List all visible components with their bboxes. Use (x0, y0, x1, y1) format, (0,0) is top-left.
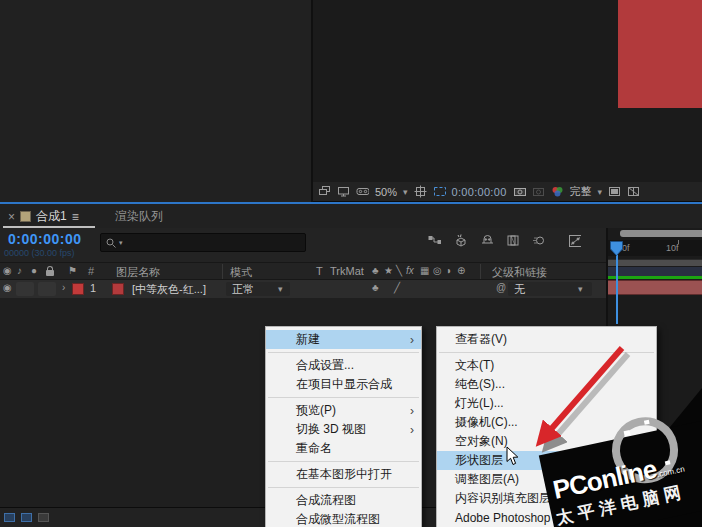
layer-duration-bar[interactable] (608, 280, 702, 295)
channel-rgb-icon[interactable] (551, 185, 564, 198)
frame-blending-icon[interactable] (506, 234, 519, 247)
motion-blur-icon[interactable] (532, 234, 545, 247)
timeline-view-options (428, 234, 581, 247)
submenu-arrow-icon: › (410, 423, 414, 437)
mouse-cursor (506, 446, 520, 466)
panel-menu-icon[interactable]: ≡ (72, 210, 79, 224)
menu-item-new[interactable]: 新建 › (266, 330, 421, 349)
work-area-bar[interactable] (608, 259, 702, 266)
parent-value[interactable]: 无 (514, 282, 525, 297)
layer-search-input[interactable]: ▾ (100, 233, 306, 252)
menu-separator (268, 352, 419, 353)
expand-in-out-icon[interactable] (38, 513, 49, 522)
ruler-tick-10f: 10f (666, 243, 679, 253)
cascade-windows-icon[interactable] (318, 185, 331, 198)
ruler-tickmark (678, 240, 679, 244)
composition-color-swatch (20, 211, 31, 222)
expand-layer-switches-icon[interactable] (4, 513, 15, 522)
layer-eye-icon[interactable]: ◉ (3, 282, 12, 293)
collapse-switch-icon: ♣ (372, 265, 379, 276)
parent-chevron-icon[interactable]: ▾ (578, 284, 583, 294)
show-snapshot-icon[interactable] (532, 185, 545, 198)
menu-item-rename[interactable]: 重命名 (266, 439, 421, 458)
target-view-icon[interactable] (608, 185, 621, 198)
expand-transfer-controls-icon[interactable] (21, 513, 32, 522)
label-flag-icon[interactable]: ⚑ (68, 265, 77, 276)
column-index[interactable]: # (88, 265, 94, 277)
layer-thumbnail (112, 283, 124, 295)
rendered-frames-indicator (608, 276, 702, 279)
layer-list-header: ◉ ♪ ● ⚑ # 图层名称 模式 T TrkMat ♣ ★ ╲ fx ▦ ◎ … (0, 262, 606, 280)
composition-context-menu: 新建 › 合成设置... 在项目中显示合成 预览(P) › 切换 3D 视图 ›… (265, 326, 422, 527)
grid-guides-icon[interactable] (414, 185, 427, 198)
column-trkmat[interactable]: TrkMat (330, 265, 364, 277)
menu-item-reveal-in-project[interactable]: 在项目中显示合成 (266, 375, 421, 394)
frames-fps-readout: 00000 (30.00 fps) (4, 248, 75, 258)
current-timecode[interactable]: 0:00:00:00 (8, 231, 82, 247)
zoom-chevron-icon[interactable]: ▾ (403, 187, 408, 197)
vr-goggles-icon[interactable] (356, 185, 369, 198)
tab-composition[interactable]: × 合成1 ≡ (2, 206, 85, 227)
resolution-chevron-icon[interactable]: ▾ (598, 187, 603, 197)
composition-viewer[interactable] (313, 0, 702, 182)
menu-item-composition-settings[interactable]: 合成设置... (266, 356, 421, 375)
monitor-icon[interactable] (337, 185, 350, 198)
tab-render-queue-label: 渲染队列 (115, 208, 163, 225)
project-panel-area (0, 0, 311, 202)
video-eye-icon[interactable]: ◉ (3, 265, 12, 276)
red-solid-layer-preview[interactable] (618, 0, 702, 108)
search-chevron-icon: ▾ (119, 239, 123, 247)
split-view-icon[interactable] (627, 185, 640, 198)
tab-composition-label: 合成1 (36, 208, 67, 225)
annotation-arrow (500, 333, 660, 463)
expand-arrow-icon[interactable]: › (62, 282, 65, 293)
lock-icon[interactable] (46, 270, 54, 276)
layer-quality-icon[interactable]: ╱ (394, 282, 400, 293)
shy-layers-icon[interactable] (480, 234, 493, 247)
viewer-toolbar: 50% ▾ 0:00:00:00 完整 ▾ (313, 182, 702, 202)
menu-separator (268, 487, 419, 488)
audio-icon[interactable]: ♪ (17, 265, 22, 276)
effects-switch-icon: ★ (384, 265, 393, 276)
menu-separator (268, 461, 419, 462)
playhead-marker[interactable] (610, 241, 623, 256)
column-t[interactable]: T (316, 265, 323, 277)
region-of-interest-icon[interactable] (433, 185, 446, 198)
threed-switch-icon: ⊕ (457, 265, 465, 276)
solo-icon[interactable]: ● (31, 265, 37, 276)
menu-item-composition-flowchart[interactable]: 合成流程图 (266, 491, 421, 510)
after-effects-window: 50% ▾ 0:00:00:00 完整 ▾ × 合成1 ≡ (0, 0, 702, 527)
layer-collapse-icon[interactable]: ♣ (372, 282, 379, 293)
menu-item-open-in-essential-graphics[interactable]: 在基本图形中打开 (266, 465, 421, 484)
tab-render-queue[interactable]: 渲染队列 (107, 206, 171, 227)
submenu-arrow-icon: › (410, 404, 414, 418)
snapshot-camera-icon[interactable] (513, 185, 526, 198)
frame-blend-switch-icon: ▦ (420, 265, 429, 276)
composition-flowchart-icon[interactable] (428, 234, 441, 247)
viewer-timecode[interactable]: 0:00:00:00 (452, 186, 507, 198)
track-header-strip (608, 267, 702, 276)
column-parent-link[interactable]: 父级和链接 (492, 265, 547, 280)
resolution-value[interactable]: 完整 (570, 184, 592, 199)
blend-mode-chevron-icon[interactable]: ▾ (278, 284, 283, 294)
layer-name[interactable]: [中等灰色-红...] (132, 282, 206, 297)
menu-item-composition-mini-flowchart[interactable]: 合成微型流程图 (266, 510, 421, 527)
column-layer-name[interactable]: 图层名称 (116, 265, 160, 280)
zoom-level-value[interactable]: 50% (375, 186, 397, 198)
adjustment-switch-icon: ◑ (445, 265, 451, 276)
column-mode[interactable]: 模式 (230, 265, 252, 280)
layer-row[interactable]: ◉ › 1 [中等灰色-红...] 正常 ▾ ♣ ╱ @ 无 ▾ (0, 280, 606, 298)
graph-editor-icon[interactable] (568, 234, 581, 247)
menu-item-preview[interactable]: 预览(P) › (266, 401, 421, 420)
ruler-tick-0f: 0f (622, 243, 630, 253)
timeline-h-scrollbar[interactable] (620, 230, 702, 237)
timeline-timerow: 0:00:00:00 00000 (30.00 fps) ▾ (0, 228, 702, 262)
submenu-arrow-icon: › (410, 333, 414, 347)
close-icon[interactable]: × (8, 210, 15, 224)
blend-mode-value[interactable]: 正常 (232, 282, 254, 297)
parent-pickwhip-icon[interactable]: @ (496, 282, 506, 293)
layer-label-color[interactable] (72, 283, 84, 295)
draft-3d-icon[interactable] (454, 234, 467, 247)
menu-item-switch-3d-view[interactable]: 切换 3D 视图 › (266, 420, 421, 439)
quality-switch-icon: ╲ (396, 265, 402, 276)
